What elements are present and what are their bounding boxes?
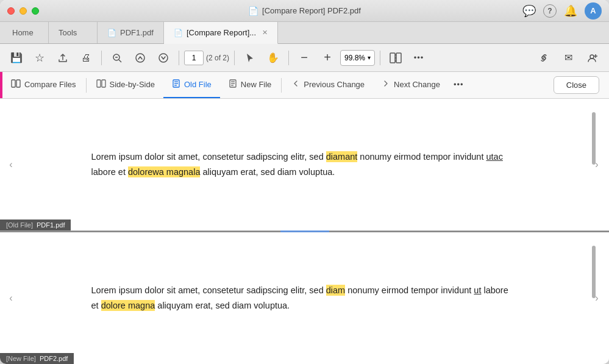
next-change-button[interactable]: Next Change bbox=[373, 72, 449, 98]
chat-button[interactable]: 💬 bbox=[522, 5, 536, 16]
new-file-button[interactable]: New File bbox=[220, 72, 280, 98]
add-account-button[interactable] bbox=[582, 48, 603, 68]
zoom-out-button[interactable] bbox=[107, 48, 127, 68]
email-button[interactable]: ✉ bbox=[558, 48, 579, 68]
save-button[interactable]: 💾 bbox=[6, 48, 27, 68]
page-input-group: (2 of 2) bbox=[184, 51, 229, 65]
svg-rect-15 bbox=[97, 80, 101, 87]
print-button[interactable]: 🖨 bbox=[76, 48, 96, 68]
page-count: (2 of 2) bbox=[206, 54, 229, 62]
svg-rect-14 bbox=[16, 80, 20, 87]
sec-separator-1 bbox=[86, 78, 87, 93]
separator-2 bbox=[179, 51, 179, 65]
tab-compare-report[interactable]: 📄 [Compare Report]... ✕ bbox=[164, 22, 278, 44]
tabbar: Home Tools 📄 PDF1.pdf 📄 [Compare Report]… bbox=[0, 22, 609, 44]
new-highlight-diam: diam bbox=[326, 285, 345, 296]
tab-pdf1-icon: 📄 bbox=[107, 29, 116, 37]
prev-change-icon bbox=[291, 79, 300, 90]
separator-4 bbox=[288, 51, 289, 65]
prev-change-button[interactable]: Previous Change bbox=[283, 72, 373, 98]
old-text-after-2: labore et bbox=[91, 167, 128, 177]
window-title: 📄 [Compare Report] PDF2.pdf bbox=[248, 6, 361, 16]
tab-compare-icon: 📄 bbox=[174, 29, 183, 37]
close-compare-button[interactable]: Close bbox=[554, 76, 599, 94]
more-tools-button[interactable]: ••• bbox=[408, 48, 429, 68]
old-panel-left-arrow[interactable]: ‹ bbox=[5, 159, 17, 170]
link-button[interactable] bbox=[533, 48, 554, 68]
compare-view-button[interactable] bbox=[385, 48, 406, 68]
old-panel-scrollbar[interactable] bbox=[592, 112, 596, 165]
more-options-button[interactable]: ••• bbox=[449, 72, 469, 98]
zoom-selector[interactable]: 99.8% ▾ bbox=[340, 50, 375, 66]
new-text-before-1: Lorem ipsum dolor sit amet, consetetur s… bbox=[91, 285, 326, 295]
maximize-window-button[interactable] bbox=[32, 7, 39, 15]
page-number-input[interactable] bbox=[184, 51, 204, 65]
new-file-label: [New File] PDF2.pdf bbox=[0, 353, 74, 364]
new-file-content: Lorem ipsum dolor sit amet, consetetur s… bbox=[91, 283, 518, 313]
zoom-minus-button[interactable]: − bbox=[294, 48, 315, 68]
scroll-up-button[interactable] bbox=[130, 48, 151, 68]
share-button[interactable] bbox=[52, 48, 73, 68]
pdf-content-area: ‹ Lorem ipsum dolor sit amet, consetetur… bbox=[0, 99, 609, 364]
main-toolbar: 💾 ☆ 🖨 bbox=[0, 44, 609, 72]
tab-tools[interactable]: Tools bbox=[49, 22, 98, 43]
user-avatar[interactable]: A bbox=[585, 2, 602, 20]
sec-separator-2 bbox=[281, 78, 282, 93]
compare-files-button[interactable]: Compare Files bbox=[2, 72, 85, 98]
next-change-icon bbox=[382, 79, 390, 90]
separator-1 bbox=[101, 51, 102, 65]
new-highlight-dolore: dolore magna bbox=[101, 300, 155, 311]
new-panel-scrollbar[interactable] bbox=[592, 246, 596, 298]
old-file-scroll-area: ‹ Lorem ipsum dolor sit amet, consetetur… bbox=[0, 99, 609, 230]
tab-close-icon[interactable]: ✕ bbox=[262, 29, 268, 36]
new-file-label-filename: PDF2.pdf bbox=[40, 355, 68, 362]
svg-point-3 bbox=[136, 54, 144, 62]
scroll-down-button[interactable] bbox=[153, 48, 174, 68]
old-underline-utac: utac bbox=[486, 152, 502, 162]
svg-point-4 bbox=[159, 54, 168, 62]
minimize-window-button[interactable] bbox=[20, 7, 27, 15]
old-text-before-1: Lorem ipsum dolor sit amet, consetetur s… bbox=[91, 152, 326, 162]
traffic-lights bbox=[7, 7, 39, 15]
new-text-after-3: aliquyam erat, sed diam voluptua. bbox=[155, 301, 290, 310]
help-button[interactable]: ? bbox=[543, 4, 557, 18]
separator-5 bbox=[380, 51, 380, 65]
secondary-toolbar: Compare Files Side-by-Side bbox=[0, 72, 609, 99]
old-highlight-dolorewa: dolorewa magnala bbox=[128, 166, 201, 177]
compare-files-icon bbox=[11, 79, 21, 90]
old-highlight-diamant: diamant bbox=[326, 151, 358, 162]
zoom-plus-button[interactable]: + bbox=[317, 48, 338, 68]
old-file-button[interactable]: Old File bbox=[163, 72, 220, 98]
new-file-label-tag: [New File] bbox=[6, 355, 36, 362]
cursor-tool-button[interactable] bbox=[240, 48, 260, 68]
side-by-side-icon bbox=[96, 79, 106, 90]
side-by-side-button[interactable]: Side-by-Side bbox=[88, 72, 163, 98]
old-file-label-tag: [Old File] bbox=[6, 221, 33, 229]
old-file-panel: ‹ Lorem ipsum dolor sit amet, consetetur… bbox=[0, 99, 609, 231]
notifications-button[interactable]: 🔔 bbox=[564, 5, 577, 16]
tab-pdf1[interactable]: 📄 PDF1.pdf bbox=[98, 22, 164, 43]
new-file-icon bbox=[229, 79, 237, 90]
svg-rect-16 bbox=[102, 80, 105, 87]
svg-line-2 bbox=[119, 60, 121, 62]
new-underline-ut: ut bbox=[474, 285, 481, 295]
old-file-icon bbox=[172, 79, 180, 90]
svg-rect-13 bbox=[12, 80, 15, 87]
secondary-toolbar-left: Compare Files Side-by-Side bbox=[2, 72, 469, 98]
svg-point-10 bbox=[590, 55, 594, 59]
close-window-button[interactable] bbox=[7, 7, 15, 15]
new-file-panel: ‹ Lorem ipsum dolor sit amet, consetetur… bbox=[0, 232, 609, 364]
new-panel-left-arrow[interactable]: ‹ bbox=[5, 293, 17, 304]
zoom-chevron-icon: ▾ bbox=[368, 54, 371, 61]
old-file-content: Lorem ipsum dolor sit amet, consetetur s… bbox=[91, 149, 518, 179]
old-file-label: [Old File] PDF1.pdf bbox=[0, 219, 71, 230]
tab-home[interactable]: Home bbox=[0, 22, 49, 43]
old-text-after-1: nonumy eirmod tempor invidunt bbox=[357, 152, 486, 162]
new-text-after-1: nonumy eirmod tempor invidunt bbox=[345, 285, 474, 295]
old-file-label-filename: PDF1.pdf bbox=[37, 221, 65, 229]
titlebar-right-actions: 💬 ? 🔔 A bbox=[522, 2, 602, 20]
file-icon: 📄 bbox=[248, 6, 258, 16]
separator-3 bbox=[234, 51, 235, 65]
hand-tool-button[interactable]: ✋ bbox=[263, 48, 283, 68]
bookmark-button[interactable]: ☆ bbox=[29, 48, 50, 68]
